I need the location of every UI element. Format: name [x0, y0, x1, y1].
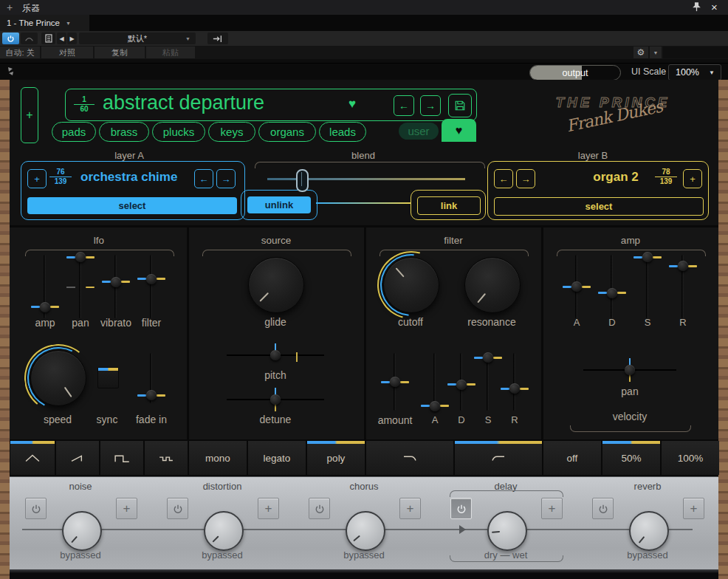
glide-knob[interactable] — [248, 257, 304, 313]
fx-reverb-knob[interactable] — [629, 511, 669, 551]
compare-button[interactable]: 对照 — [41, 47, 93, 58]
preset-list-icon[interactable] — [41, 32, 55, 44]
output-toggle[interactable]: output — [529, 65, 621, 80]
fx-delay-power-button[interactable] — [450, 498, 472, 519]
unlink-button[interactable]: unlink — [247, 196, 311, 213]
detune-slider[interactable] — [227, 399, 324, 400]
tag-leads[interactable]: leads — [319, 122, 366, 142]
layer-a-select-button[interactable]: select — [27, 197, 237, 214]
fx-chorus-power-button[interactable] — [309, 498, 330, 519]
fx-reverb-edit-button[interactable]: + — [683, 498, 704, 519]
filter-amount-slider[interactable] — [394, 353, 396, 411]
pitch-slider[interactable] — [227, 354, 324, 356]
next-preset-icon[interactable]: ▶ — [67, 32, 77, 44]
gear-caret-icon[interactable]: ▼ — [650, 47, 662, 58]
gear-icon[interactable]: ⚙ — [633, 47, 648, 58]
layer-a-next-button[interactable]: → — [216, 169, 236, 188]
poly-button[interactable]: poly — [307, 441, 365, 475]
wave-square-button[interactable] — [100, 441, 143, 475]
close-icon[interactable]: × — [711, 1, 718, 13]
layer-b-next-button[interactable]: → — [516, 169, 535, 188]
insert-icon[interactable] — [207, 32, 228, 44]
velocity-100-button[interactable]: 100% — [662, 441, 719, 475]
lfo-filter-slider[interactable] — [150, 255, 152, 318]
velocity-50-button[interactable]: 50% — [602, 441, 660, 475]
amp-decay-slider[interactable] — [611, 255, 613, 318]
amp-attack-slider[interactable] — [575, 255, 577, 318]
layer-b-select-button[interactable]: select — [494, 197, 704, 216]
add-tab-icon[interactable]: + — [7, 1, 13, 13]
fx-noise-power-button[interactable] — [25, 498, 47, 519]
wave-saw-button[interactable] — [56, 441, 99, 475]
fx-chorus-edit-button[interactable]: + — [399, 498, 421, 519]
layer-a-prev-button[interactable]: ← — [194, 169, 213, 188]
fx-noise-edit-button[interactable]: + — [116, 498, 137, 519]
layer-b-add-button[interactable]: + — [683, 169, 702, 188]
tab-caret-icon: ▼ — [66, 21, 71, 26]
wave-pulse-button[interactable] — [145, 441, 188, 475]
fx-noise-knob[interactable] — [62, 511, 102, 551]
filter-decay-slider[interactable] — [460, 353, 462, 411]
fx-distortion-edit-button[interactable]: + — [258, 498, 279, 519]
fx-distortion-knob[interactable] — [204, 511, 244, 551]
layer-a-add-button[interactable]: + — [27, 169, 47, 188]
legato-button[interactable]: legato — [248, 441, 306, 475]
fx-distortion-power-button[interactable] — [167, 498, 188, 519]
tag-plucks[interactable]: plucks — [152, 122, 205, 142]
fx-reverb-power-button[interactable] — [592, 498, 614, 519]
lfo-sync-button[interactable] — [97, 367, 119, 388]
expression-curve-icon[interactable] — [21, 32, 38, 44]
preset-title-box[interactable]: 1 60 abstract departure ♥ ← → — [65, 89, 477, 121]
cutoff-knob[interactable] — [383, 257, 439, 313]
power-button[interactable] — [2, 32, 19, 44]
tag-brass[interactable]: brass — [99, 122, 149, 142]
instrument-window: + 乐器 × 1 - The Prince ▼ ◀ ▶ 默认* ▼ 自动: 关 — [0, 0, 728, 579]
blend-slider[interactable] — [267, 178, 465, 180]
filter-sustain-slider[interactable] — [487, 353, 489, 411]
resonance-knob[interactable] — [464, 257, 521, 313]
fx-delay-status: dry — wet — [484, 549, 528, 561]
user-bank-pill[interactable]: user — [399, 123, 439, 140]
prev-preset-icon[interactable]: ◀ — [57, 32, 66, 44]
layer-b-box: ← → organ 2 78 139 + select — [487, 161, 709, 220]
link-button[interactable]: link — [417, 196, 481, 215]
copy-button[interactable]: 复制 — [95, 47, 145, 58]
preset-selector[interactable]: 默认* ▼ — [79, 32, 196, 44]
lfo-fadein-slider[interactable] — [150, 353, 152, 403]
lowpass-button[interactable] — [366, 441, 453, 475]
filter-attack-slider[interactable] — [433, 353, 436, 411]
filter-release-slider[interactable] — [513, 353, 515, 411]
lfo-amp-slider[interactable] — [44, 255, 46, 318]
tag-organs[interactable]: organs — [258, 122, 316, 142]
layer-b-prev-button[interactable]: ← — [494, 169, 513, 188]
fx-delay-knob[interactable] — [487, 511, 527, 551]
pin-icon[interactable] — [691, 1, 702, 16]
prev-patch-button[interactable]: ← — [394, 95, 414, 116]
automation-button[interactable]: 自动: 关 — [0, 47, 40, 58]
highpass-button[interactable] — [455, 441, 542, 475]
velocity-off-button[interactable]: off — [543, 441, 601, 475]
fx-chorus-knob[interactable] — [346, 511, 385, 551]
wave-triangle-button[interactable] — [10, 441, 55, 475]
tag-pads[interactable]: pads — [52, 122, 96, 142]
source-bracket — [202, 250, 351, 256]
tab-the-prince[interactable]: 1 - The Prince ▼ — [0, 15, 89, 31]
tag-keys[interactable]: keys — [208, 122, 255, 142]
lfo-speed-knob[interactable] — [30, 350, 86, 406]
amp-sustain-slider[interactable] — [646, 255, 648, 318]
preset-total: 60 — [80, 106, 88, 113]
amp-pan-slider[interactable] — [583, 369, 676, 371]
favorites-tab[interactable]: ♥ — [442, 119, 476, 142]
lfo-vibrato-slider[interactable] — [114, 255, 117, 318]
mono-button[interactable]: mono — [189, 441, 247, 475]
lfo-pan-slider[interactable] — [79, 255, 81, 318]
favorite-heart-icon[interactable]: ♥ — [348, 97, 356, 112]
next-patch-button[interactable]: → — [420, 95, 441, 116]
ui-scale-select[interactable]: 100% ▼ — [668, 64, 721, 80]
amp-release-slider[interactable] — [681, 255, 684, 318]
paste-button[interactable]: 粘贴 — [146, 47, 195, 58]
add-preset-tall-button[interactable]: + — [21, 87, 38, 143]
layer-a-name: orchestra chime — [80, 170, 177, 185]
fx-delay-edit-button[interactable]: + — [541, 498, 563, 519]
save-button[interactable] — [448, 94, 472, 117]
